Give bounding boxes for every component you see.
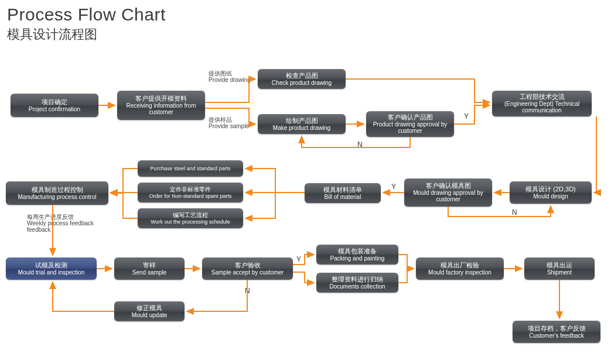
text-cn: 模具材料清单 (323, 186, 362, 194)
text-cn: 项目存档，客户反馈 (528, 325, 586, 332)
text-en: Provide sample (209, 123, 249, 129)
text-en: Check product drawing (272, 80, 332, 87)
text-cn: 提供样品 (209, 116, 249, 123)
text-en: Documents collection (329, 283, 385, 290)
text-cn: 客户确认模具图 (426, 182, 471, 190)
text-en: Purchase steel and standard parts (150, 166, 230, 171)
text-cn: 工程部技术交流 (520, 93, 565, 101)
label-n1: N (357, 140, 363, 149)
text-cn: 试模及检测 (35, 262, 67, 269)
text-en: Project confirmation (29, 106, 80, 113)
node-mould-design: 模具设计 (2D,3D) Mould design (510, 181, 592, 204)
text-cn: 每周生产进度反馈 (27, 214, 94, 220)
text-en: Packing and painting (330, 255, 385, 262)
text-cn: 编写工艺流程 (173, 212, 208, 219)
text-en: Bill of material (325, 194, 361, 201)
text-en: Provide drawing (209, 77, 251, 83)
node-send-sample: 寄样 Send sample (114, 257, 185, 280)
node-order-nonstandard: 定作非标准零件 Order for Non-standard spare par… (138, 183, 243, 202)
text-en: Receiving information from customer (121, 102, 202, 116)
text-cn: 检查产品图 (286, 72, 318, 80)
node-mould-update: 修正模具 Mould update (114, 301, 185, 321)
node-purchase-steel: Purchase steel and standard parts (138, 160, 243, 177)
label-y1: Y (464, 112, 469, 121)
text-cn: 模具设计 (2D,3D) (525, 186, 576, 193)
page-title-cn: 模具设计流程图 (7, 26, 97, 43)
text-en: Work out the processing schedule (151, 219, 230, 225)
node-make-product-drawing: 绘制产品图 Make product drawing (258, 114, 346, 134)
text-en: Make product drawing (273, 125, 330, 132)
label-y2: Y (391, 183, 396, 191)
text-en: Order for Non-standard spare parts (149, 193, 232, 199)
node-project-confirmation: 项目确定 Project confirmation (11, 94, 98, 117)
node-sample-accept: 客户验收 Sample accept by customer (202, 257, 293, 280)
text-en: Mould trial and inspection (18, 269, 84, 276)
label-provide-drawing: 提供图纸 Provide drawing (209, 70, 251, 83)
node-mould-drawing-approval: 客户确认模具图 Mould drawing approval by custom… (404, 178, 492, 207)
text-cn: 定作非标准零件 (170, 186, 211, 193)
node-check-product-drawing: 检查产品图 Check product drawing (258, 69, 346, 89)
text-cn: 模具制造过程控制 (32, 186, 83, 194)
node-documents-collection: 整理资料进行归纳 Documents collection (316, 273, 398, 293)
text-en: Sample accept by customer (211, 269, 284, 276)
text-en: Shipment (547, 269, 572, 276)
node-bill-of-material: 模具材料清单 Bill of material (305, 183, 381, 203)
text-cn: 模具出运 (547, 262, 572, 269)
text-cn: 客户提供开模资料 (135, 95, 187, 102)
text-cn: 提供图纸 (209, 70, 251, 77)
node-shipment: 模具出运 Shipment (524, 257, 595, 280)
node-packing-painting: 模具包装准备 Packing and painting (316, 245, 398, 265)
text-cn: 项目确定 (42, 98, 67, 106)
text-cn: 模具包装准备 (338, 248, 377, 255)
text-en: Product drawing approval by customer (370, 121, 450, 135)
node-factory-inspection: 模具出厂检验 Mould factory inspection (416, 257, 504, 280)
text-cn: 修正模具 (136, 304, 162, 312)
node-manufacturing-process-control: 模具制造过程控制 Manufacturing process control (6, 181, 108, 205)
label-weekly-feedback: 每周生产进度反馈 Weekly process feedback feedbac… (27, 214, 94, 233)
text-en: Mould design (533, 193, 568, 200)
node-processing-schedule: 编写工艺流程 Work out the processing schedule (138, 208, 243, 228)
text-en: Weekly process feedback (27, 220, 94, 226)
node-mould-trial-inspection: 试模及检测 Mould trial and inspection (6, 257, 97, 280)
text-cn: 整理资料进行归纳 (332, 276, 383, 283)
text-en: Mould update (132, 312, 168, 319)
text-cn: 绘制产品图 (286, 117, 318, 125)
text-cn: 客户确认产品图 (388, 114, 433, 121)
node-technical-communication: 工程部技术交流 (Engineering Dept) Technical com… (492, 91, 592, 116)
text-en: Customer's feedback (529, 332, 584, 339)
label-n2: N (512, 208, 517, 217)
text-en: Mould factory inspection (428, 269, 491, 276)
text-en: (Engineering Dept) Technical communicati… (496, 101, 588, 114)
text-cn: 寄样 (143, 262, 156, 269)
page-title-en: Process Flow Chart (7, 5, 166, 25)
node-product-drawing-approval: 客户确认产品图 Product drawing approval by cust… (366, 111, 454, 137)
text-en: Manufacturing process control (18, 194, 97, 201)
text-cn: 模具出厂检验 (441, 262, 479, 269)
label-n3: N (245, 287, 250, 295)
label-provide-sample: 提供样品 Provide sample (209, 116, 249, 129)
node-customer-feedback: 项目存档，客户反馈 Customer's feedback (513, 321, 600, 343)
text-en: Mould drawing approval by customer (408, 190, 489, 203)
text-en: Send sample (132, 269, 166, 276)
text-cn: 客户验收 (235, 262, 261, 269)
label-y3: Y (296, 255, 301, 263)
node-receiving-information: 客户提供开模资料 Receiving information from cust… (117, 91, 205, 120)
